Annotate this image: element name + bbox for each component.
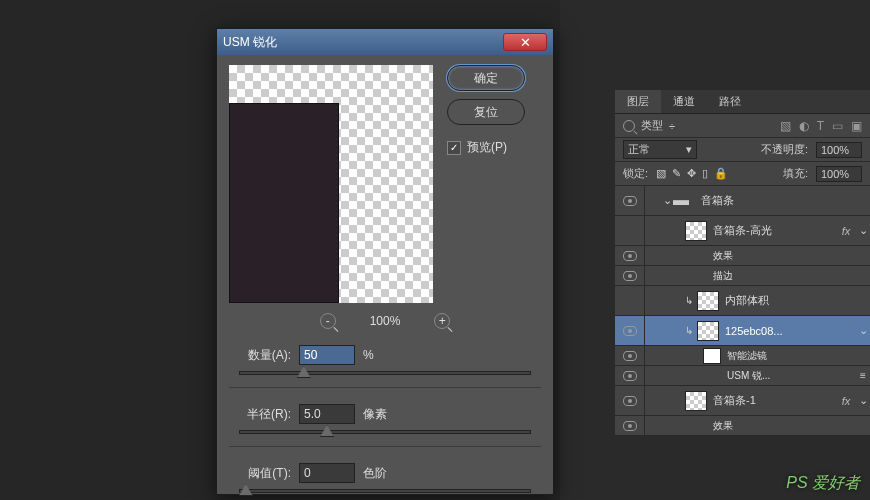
reset-button[interactable]: 复位 bbox=[447, 99, 525, 125]
lock-label: 锁定: bbox=[623, 166, 648, 181]
amount-label: 数量(A): bbox=[229, 347, 291, 364]
preview-checkbox[interactable]: ✓ bbox=[447, 141, 461, 155]
tab-paths[interactable]: 路径 bbox=[707, 90, 753, 113]
visibility-icon[interactable] bbox=[623, 251, 637, 261]
fill-label: 填充: bbox=[783, 166, 808, 181]
filter-label[interactable]: 类型 bbox=[641, 118, 663, 133]
dropdown-icon: ÷ bbox=[669, 120, 675, 132]
lock-all-icon[interactable]: 🔒 bbox=[714, 167, 728, 180]
fx-badge[interactable]: fx bbox=[836, 225, 856, 237]
chevron-down-icon: ▾ bbox=[686, 143, 692, 156]
layer-highlight-row[interactable]: 音箱条-高光 fx ⌄ bbox=[615, 216, 870, 246]
layer-usm-filter-row[interactable]: USM 锐... ≡ bbox=[615, 366, 870, 386]
lock-position-icon[interactable]: ✥ bbox=[687, 167, 696, 180]
amount-unit: % bbox=[363, 348, 374, 362]
filter-shape-icon[interactable]: ▭ bbox=[832, 119, 843, 133]
layer-stroke-row[interactable]: 描边 bbox=[615, 266, 870, 286]
zoom-percentage: 100% bbox=[370, 314, 401, 328]
threshold-input[interactable] bbox=[299, 463, 355, 483]
ok-button[interactable]: 确定 bbox=[447, 65, 525, 91]
layer-smart-filters-row[interactable]: 智能滤镜 bbox=[615, 346, 870, 366]
fill-input[interactable]: 100% bbox=[816, 166, 862, 182]
layer-effects-row-2[interactable]: 效果 bbox=[615, 416, 870, 436]
visibility-icon[interactable] bbox=[623, 421, 637, 431]
visibility-toggle[interactable] bbox=[615, 286, 645, 315]
visibility-icon[interactable] bbox=[623, 371, 637, 381]
tab-channels[interactable]: 通道 bbox=[661, 90, 707, 113]
layer-thumb bbox=[697, 291, 719, 311]
watermark: PS 爱好者 bbox=[786, 473, 860, 494]
lock-pixels-icon[interactable]: ▧ bbox=[656, 167, 666, 180]
visibility-icon[interactable] bbox=[623, 396, 637, 406]
layers-panel: 图层 通道 路径 类型 ÷ ▧ ◐ T ▭ ▣ 正常▾ 不透明度: 100% 锁… bbox=[615, 90, 870, 436]
layer-group-row[interactable]: ⌄ ▬ 音箱条 bbox=[615, 186, 870, 216]
dialog-title: USM 锐化 bbox=[223, 34, 503, 51]
expand-icon[interactable]: ⌄ bbox=[856, 224, 870, 237]
usm-sharpen-dialog: USM 锐化 ✕ 确定 复位 ✓ 预览(P) - 100% + 数量(A): bbox=[216, 28, 554, 495]
radius-slider[interactable] bbox=[239, 430, 531, 434]
radius-input[interactable] bbox=[299, 404, 355, 424]
filter-options-icon[interactable]: ≡ bbox=[856, 370, 870, 381]
visibility-icon[interactable] bbox=[623, 271, 637, 281]
preview-area[interactable] bbox=[229, 65, 433, 303]
layer-thumb bbox=[697, 321, 719, 341]
threshold-unit: 色阶 bbox=[363, 465, 387, 482]
threshold-label: 阈值(T): bbox=[229, 465, 291, 482]
expand-icon[interactable]: ⌄ bbox=[856, 324, 870, 337]
expand-icon[interactable]: ⌄ bbox=[856, 394, 870, 407]
zoom-in-button[interactable]: + bbox=[434, 313, 450, 329]
amount-input[interactable] bbox=[299, 345, 355, 365]
threshold-slider[interactable] bbox=[239, 489, 531, 493]
fx-badge[interactable]: fx bbox=[836, 395, 856, 407]
folder-icon: ▬ bbox=[673, 191, 695, 211]
layer-thumb bbox=[685, 221, 707, 241]
zoom-out-button[interactable]: - bbox=[320, 313, 336, 329]
visibility-icon[interactable] bbox=[623, 196, 637, 206]
layer-selected-row[interactable]: ↳ 125ebc08... ⌄ bbox=[615, 316, 870, 346]
twisty-icon[interactable]: ⌄ bbox=[663, 194, 673, 207]
visibility-icon[interactable] bbox=[623, 326, 637, 336]
search-icon bbox=[623, 120, 635, 132]
layer-inner-volume-row[interactable]: ↳ 内部体积 bbox=[615, 286, 870, 316]
opacity-input[interactable]: 100% bbox=[816, 142, 862, 158]
opacity-label: 不透明度: bbox=[761, 142, 808, 157]
layer-thumb bbox=[685, 391, 707, 411]
layer-copy1-row[interactable]: 音箱条-1 fx ⌄ bbox=[615, 386, 870, 416]
mask-thumb bbox=[703, 348, 721, 364]
radius-label: 半径(R): bbox=[229, 406, 291, 423]
lock-artboard-icon[interactable]: ▯ bbox=[702, 167, 708, 180]
radius-unit: 像素 bbox=[363, 406, 387, 423]
visibility-icon[interactable] bbox=[623, 351, 637, 361]
filter-type-icon[interactable]: T bbox=[817, 119, 824, 133]
filter-smart-icon[interactable]: ▣ bbox=[851, 119, 862, 133]
filter-icons[interactable]: ▧ ◐ T ▭ ▣ bbox=[780, 119, 862, 133]
visibility-toggle[interactable] bbox=[615, 216, 645, 245]
filter-image-icon[interactable]: ▧ bbox=[780, 119, 791, 133]
clip-icon: ↳ bbox=[685, 295, 693, 306]
filter-adjust-icon[interactable]: ◐ bbox=[799, 119, 809, 133]
tab-layers[interactable]: 图层 bbox=[615, 90, 661, 113]
amount-slider[interactable] bbox=[239, 371, 531, 375]
preview-image bbox=[229, 103, 339, 303]
clip-icon: ↳ bbox=[685, 325, 693, 336]
lock-brush-icon[interactable]: ✎ bbox=[672, 167, 681, 180]
close-button[interactable]: ✕ bbox=[503, 33, 547, 51]
layer-effects-row[interactable]: 效果 bbox=[615, 246, 870, 266]
blend-mode-select[interactable]: 正常▾ bbox=[623, 140, 697, 159]
preview-label: 预览(P) bbox=[467, 139, 507, 156]
dialog-titlebar[interactable]: USM 锐化 ✕ bbox=[217, 29, 553, 55]
